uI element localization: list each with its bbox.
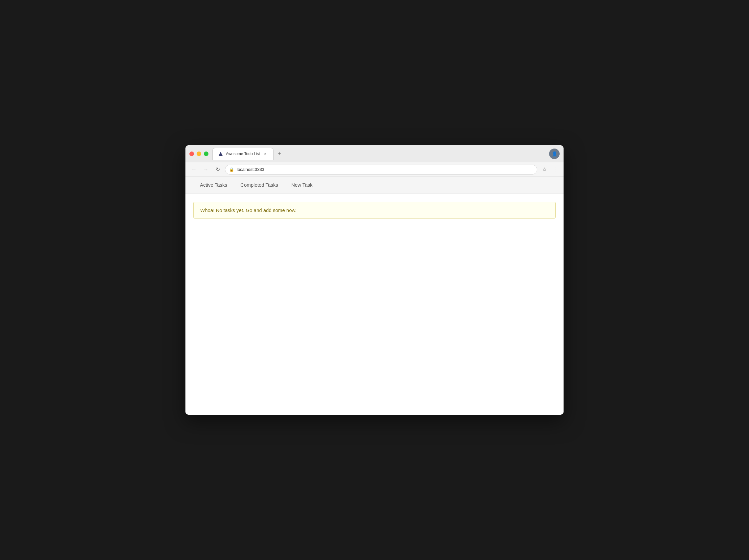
reload-button[interactable]: ↻ <box>213 165 222 174</box>
url-bar[interactable]: 🔒 localhost:3333 <box>225 165 537 175</box>
title-bar: Awesome Todo List × + 👤 <box>186 145 563 162</box>
svg-marker-0 <box>219 152 222 156</box>
forward-button[interactable]: → <box>201 165 210 174</box>
tab-bar: Awesome Todo List × + <box>212 148 549 160</box>
browser-tab[interactable]: Awesome Todo List × <box>212 148 274 160</box>
tab-close-button[interactable]: × <box>263 151 268 156</box>
back-button[interactable]: ← <box>189 165 199 174</box>
tab-title: Awesome Todo List <box>226 152 260 156</box>
browser-window: Awesome Todo List × + 👤 ← → ↻ 🔒 localhos… <box>186 145 563 415</box>
content-area: Whoa! No tasks yet. Go and add some now. <box>186 194 563 226</box>
tab-completed-tasks[interactable]: Completed Tasks <box>234 177 285 194</box>
close-button[interactable] <box>189 152 194 156</box>
nav-tabs: Active Tasks Completed Tasks New Task <box>186 177 563 194</box>
empty-state-alert: Whoa! No tasks yet. Go and add some now. <box>193 202 556 219</box>
star-icon: ☆ <box>542 166 547 173</box>
back-icon: ← <box>191 166 197 173</box>
maximize-button[interactable] <box>204 152 209 156</box>
account-button[interactable]: 👤 <box>549 149 560 159</box>
tab-favicon-icon <box>218 151 223 156</box>
tab-active-tasks[interactable]: Active Tasks <box>193 177 234 194</box>
address-actions: ☆ ⋮ <box>540 165 560 174</box>
address-bar: ← → ↻ 🔒 localhost:3333 ☆ ⋮ <box>186 162 563 177</box>
window-controls <box>189 152 209 156</box>
url-text: localhost:3333 <box>237 167 264 172</box>
new-tab-button[interactable]: + <box>275 149 284 158</box>
bookmark-button[interactable]: ☆ <box>540 165 549 174</box>
security-icon: 🔒 <box>229 167 234 172</box>
forward-icon: → <box>203 166 209 173</box>
page-content: Active Tasks Completed Tasks New Task Wh… <box>186 177 563 415</box>
menu-button[interactable]: ⋮ <box>550 165 560 174</box>
account-icon: 👤 <box>552 151 557 156</box>
menu-icon: ⋮ <box>552 166 558 173</box>
empty-state-message: Whoa! No tasks yet. Go and add some now. <box>200 207 297 213</box>
reload-icon: ↻ <box>216 166 220 173</box>
minimize-button[interactable] <box>197 152 201 156</box>
tab-new-task[interactable]: New Task <box>285 177 319 194</box>
